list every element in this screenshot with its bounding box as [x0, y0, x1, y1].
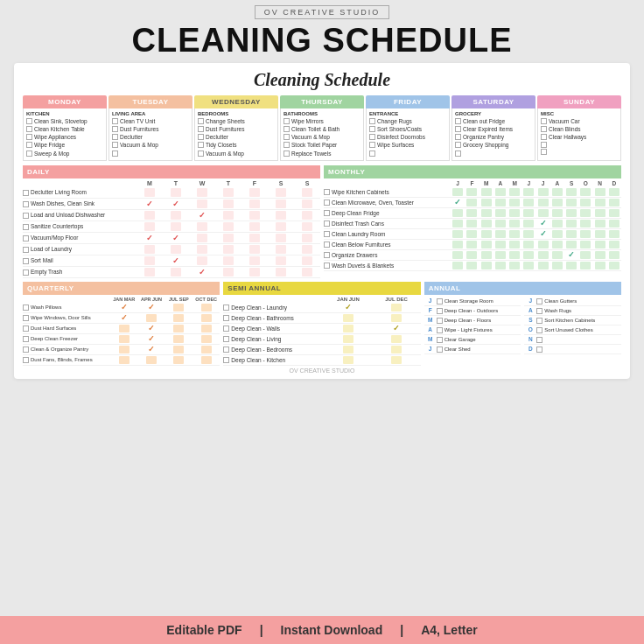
checkbox[interactable] [23, 224, 29, 230]
checkbox[interactable] [536, 318, 542, 324]
checkbox[interactable] [437, 298, 443, 304]
checkbox[interactable] [223, 336, 229, 342]
checkbox[interactable] [223, 357, 229, 363]
checkbox[interactable] [324, 231, 330, 237]
checkbox[interactable] [23, 247, 29, 253]
checkbox[interactable] [23, 357, 29, 363]
checkbox[interactable] [23, 213, 29, 219]
sunday-items: MISC Vacuum Car Clean Blinds Clear Hallw… [537, 108, 621, 161]
col-n: N [593, 180, 607, 186]
checkbox[interactable] [437, 337, 443, 343]
checkbox[interactable] [23, 235, 29, 242]
check-cell [522, 219, 536, 228]
brand-area: OV CREATIVE STUDIO [255, 0, 389, 21]
check-cell [564, 240, 578, 249]
checkbox[interactable] [112, 150, 118, 157]
checkbox[interactable] [26, 134, 32, 140]
task-cell: Deep Clean - Walls [223, 325, 324, 332]
checkbox[interactable] [369, 142, 375, 148]
checkbox[interactable] [455, 134, 461, 140]
semi-col-headers: JAN JUN JUL DEC [223, 297, 420, 302]
checkbox[interactable] [324, 262, 330, 269]
check-cell [593, 187, 607, 197]
checkbox[interactable] [437, 327, 443, 333]
checkbox[interactable] [284, 150, 290, 157]
checkbox[interactable] [536, 298, 542, 304]
checkbox[interactable] [536, 308, 542, 314]
checkbox[interactable] [369, 134, 375, 140]
list-item: BATHROOMS [284, 110, 360, 117]
checkbox[interactable] [437, 318, 443, 324]
checkbox[interactable] [541, 142, 547, 148]
checkbox[interactable] [23, 346, 29, 353]
checkbox[interactable] [112, 126, 118, 132]
check-cell [324, 355, 372, 365]
checkbox[interactable] [541, 149, 547, 155]
main-title: CLEANING SCHEDULE [131, 21, 512, 63]
checkbox[interactable] [198, 134, 204, 140]
checkbox[interactable] [541, 126, 547, 132]
table-row: Empty Trash ✓ [23, 267, 320, 278]
checkbox[interactable] [26, 142, 32, 148]
checkbox[interactable] [369, 118, 375, 124]
check-cell [564, 229, 578, 239]
checkbox[interactable] [324, 189, 330, 195]
checkbox[interactable] [223, 346, 229, 353]
checkbox[interactable] [23, 304, 29, 311]
wednesday-header: WEDNESDAY [194, 95, 278, 108]
checkbox[interactable] [23, 315, 29, 321]
checkbox[interactable] [112, 142, 118, 148]
checkbox[interactable] [324, 220, 330, 227]
checkbox[interactable] [541, 118, 547, 124]
check-cell [480, 229, 494, 239]
checkbox[interactable] [284, 126, 290, 132]
checkbox[interactable] [223, 315, 229, 321]
checkbox[interactable] [112, 134, 118, 140]
checkbox[interactable] [112, 118, 118, 124]
checkbox[interactable] [455, 150, 461, 157]
check-cell: ✓ [163, 256, 189, 265]
col-j: J [451, 180, 465, 186]
checkbox[interactable] [284, 134, 290, 140]
checkbox[interactable] [536, 346, 542, 353]
checkbox[interactable] [541, 134, 547, 140]
checkbox[interactable] [324, 242, 330, 248]
checkbox[interactable] [437, 346, 443, 353]
checkbox[interactable] [223, 326, 229, 332]
check-cell [451, 219, 465, 228]
checkbox[interactable] [23, 201, 29, 207]
checkbox[interactable] [23, 270, 29, 276]
checkbox[interactable] [455, 118, 461, 124]
checkbox[interactable] [324, 200, 330, 206]
checkbox[interactable] [23, 326, 29, 332]
table-row: D [524, 345, 621, 354]
checkbox[interactable] [26, 126, 32, 132]
checkbox[interactable] [198, 150, 204, 157]
checkbox[interactable] [198, 126, 204, 132]
checkbox[interactable] [536, 337, 542, 343]
checkbox[interactable] [26, 118, 32, 124]
table-row: Organize Drawers ✓ [324, 250, 621, 261]
checkbox[interactable] [437, 308, 443, 314]
checkbox[interactable] [369, 150, 375, 157]
checkbox[interactable] [536, 327, 542, 333]
checkbox[interactable] [23, 336, 29, 342]
checkbox[interactable] [455, 126, 461, 132]
checkbox[interactable] [23, 190, 29, 196]
checkbox[interactable] [455, 142, 461, 148]
check-cell [136, 267, 163, 277]
checkbox[interactable] [369, 126, 375, 132]
check-cell [593, 219, 607, 228]
checkbox[interactable] [284, 118, 290, 124]
checkbox[interactable] [23, 258, 29, 264]
checkbox[interactable] [284, 142, 290, 148]
list-item: Replace Towels [284, 150, 360, 158]
checkbox[interactable] [26, 150, 32, 157]
checkbox[interactable] [198, 118, 204, 124]
check-cell [494, 219, 508, 228]
col-j2: J [522, 180, 536, 186]
checkbox[interactable] [198, 142, 204, 148]
checkbox[interactable] [324, 252, 330, 258]
checkbox[interactable] [324, 210, 330, 216]
checkbox[interactable] [223, 304, 229, 311]
